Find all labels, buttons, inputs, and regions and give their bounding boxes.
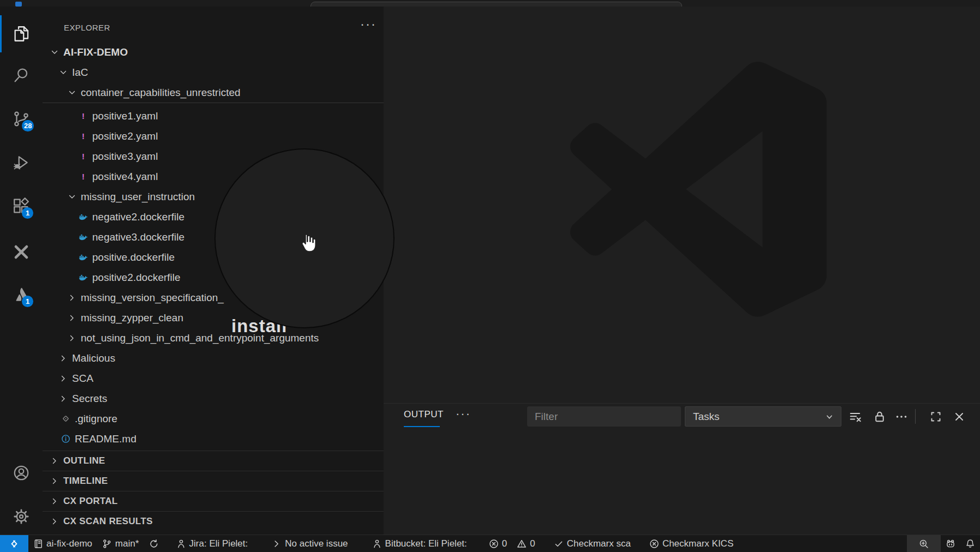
warning-icon [517, 539, 527, 549]
hand-cursor-icon [297, 232, 319, 254]
explorer-title: EXPLORER [64, 23, 110, 32]
status-item-label: 0 [530, 538, 535, 549]
activitybar-item-extensions[interactable]: 1 [0, 193, 43, 219]
search-icon [12, 66, 31, 85]
vscode-window: 2811 EXPLORER ··· AI-FIX-DEMOIaCcontaine… [0, 0, 980, 552]
tree-item[interactable]: AI-FIX-DEMO [43, 42, 384, 62]
status-item-label: 0 [502, 538, 507, 549]
tree-item[interactable]: Secrets [43, 388, 384, 409]
status-item-jira[interactable]: Jira: Eli Pielet: [171, 535, 253, 552]
chevron-right-icon [59, 354, 68, 363]
status-item-sync[interactable] [144, 535, 164, 552]
status-item-bitbucket[interactable]: Bitbucket: Eli Pielet: [367, 535, 472, 552]
chevron-down-icon [68, 193, 76, 201]
badge: 1 [22, 296, 33, 307]
error-icon [649, 539, 659, 549]
tree-item-label: negative3.dockerfile [92, 231, 184, 243]
tree-item[interactable]: !positive2.yaml [43, 126, 384, 146]
chevron-right-icon [68, 293, 76, 302]
lock-icon[interactable] [873, 410, 886, 423]
more-icon[interactable] [895, 410, 908, 423]
status-item-label: Checkmarx sca [567, 538, 631, 549]
status-item-copilot[interactable] [941, 535, 960, 552]
tree-item-label: Malicious [72, 352, 115, 364]
tree-item[interactable]: Malicious [43, 348, 384, 368]
sidebar-section-cx-portal[interactable]: CX PORTAL [43, 491, 384, 511]
sidebar-section-outline[interactable]: OUTLINE [43, 451, 384, 471]
x-mark-icon [12, 243, 31, 261]
tree-item[interactable]: container_capabilities_unrestricted [43, 82, 384, 103]
status-item-label: Bitbucket: Eli Pielet: [385, 538, 467, 549]
status-item-remote[interactable] [0, 535, 28, 552]
tree-item[interactable]: IaC [43, 62, 384, 82]
tree-item[interactable]: !positive1.yaml [43, 106, 384, 126]
status-item-zoom[interactable] [907, 535, 941, 552]
status-item-errors[interactable]: 0 [484, 535, 512, 552]
status-item-checkmarx-sca[interactable]: Checkmarx sca [549, 535, 636, 552]
chevron-right-icon [59, 394, 68, 403]
chevron-right-icon [50, 477, 59, 485]
command-center-search[interactable] [310, 2, 682, 7]
svg-text:!: ! [82, 152, 85, 161]
status-item-notifications[interactable] [960, 535, 980, 552]
section-label: OUTLINE [63, 455, 105, 466]
activitybar-item-source-control[interactable]: 28 [0, 106, 43, 132]
remote-icon [9, 539, 19, 549]
tree-item-label: container_capabilities_unrestricted [81, 87, 241, 99]
tree-item-label: negative2.dockerfile [92, 211, 184, 223]
status-item-label: No active issue [285, 538, 348, 549]
docker-icon [79, 273, 88, 282]
panel-more-icon[interactable]: ··· [453, 407, 473, 423]
sidebar-section-cx-scan-results[interactable]: CX SCAN RESULTS [43, 511, 384, 531]
status-item-repo[interactable]: ai-fix-demo [28, 535, 97, 552]
sidebar-section-timeline[interactable]: TIMELINE [43, 471, 384, 491]
chevron-down-icon [50, 48, 59, 57]
status-item-checkmarx-kics[interactable]: Checkmarx KICS [644, 535, 738, 552]
status-item-active-issue[interactable]: No active issue [267, 535, 352, 552]
tree-item[interactable]: not_using_json_in_cmd_and_entrypoint_arg… [43, 328, 384, 348]
activitybar-item-search[interactable] [0, 62, 43, 88]
clear-output-icon[interactable] [848, 410, 862, 423]
info-icon [61, 434, 70, 443]
yaml-icon: ! [79, 152, 88, 161]
tree-item-label: Secrets [72, 393, 107, 405]
bottom-panel: OUTPUT ··· Tasks [384, 403, 980, 535]
status-item-warnings[interactable]: 0 [512, 535, 540, 552]
section-label: CX SCAN RESULTS [63, 516, 153, 527]
tab-output[interactable]: OUTPUT [404, 409, 444, 425]
more-actions-icon[interactable]: ··· [359, 16, 378, 32]
status-item-label: main* [115, 538, 139, 549]
tree-item-label: positive3.yaml [92, 151, 158, 163]
maximize-icon[interactable] [929, 410, 942, 423]
debug-icon [12, 153, 31, 172]
zoom-in-icon [919, 539, 929, 549]
tree-item-label: SCA [72, 373, 93, 385]
tree-item-label: positive2.yaml [92, 130, 158, 142]
tree-item[interactable]: README.md [43, 429, 384, 449]
filter-input[interactable] [527, 406, 681, 427]
tree-item-label: positive1.yaml [92, 110, 158, 122]
sync-icon [149, 539, 159, 549]
divider [915, 409, 916, 424]
gear-icon [12, 507, 31, 526]
files-icon [12, 25, 31, 43]
activitybar-item-settings[interactable] [0, 503, 43, 530]
status-item-branch[interactable]: main* [97, 535, 144, 552]
chevron-right-icon [50, 457, 59, 465]
activitybar-item-accounts[interactable] [0, 460, 43, 486]
status-item-label: Jira: Eli Pielet: [189, 538, 248, 549]
copilot-icon [946, 539, 955, 549]
docker-icon [79, 212, 88, 221]
tree-item[interactable]: SCA [43, 368, 384, 388]
activitybar-item-checkmarx[interactable] [0, 239, 43, 265]
tasks-dropdown[interactable]: Tasks [685, 406, 841, 427]
status-bar-left: ai-fix-demomain*Jira: Eli Pielet:No acti… [0, 535, 907, 552]
activitybar-item-atlassian[interactable]: 1 [0, 281, 43, 308]
tree-item-label: IaC [72, 67, 88, 79]
activitybar-item-run-and-debug[interactable] [0, 149, 43, 176]
tree-sticky-group: AI-FIX-DEMOIaCcontainer_capabilities_unr… [43, 42, 384, 103]
activitybar-item-explorer[interactable] [0, 21, 43, 47]
tree-item[interactable]: .gitignore [43, 409, 384, 429]
yaml-icon: ! [79, 172, 88, 181]
close-icon[interactable] [953, 410, 966, 423]
